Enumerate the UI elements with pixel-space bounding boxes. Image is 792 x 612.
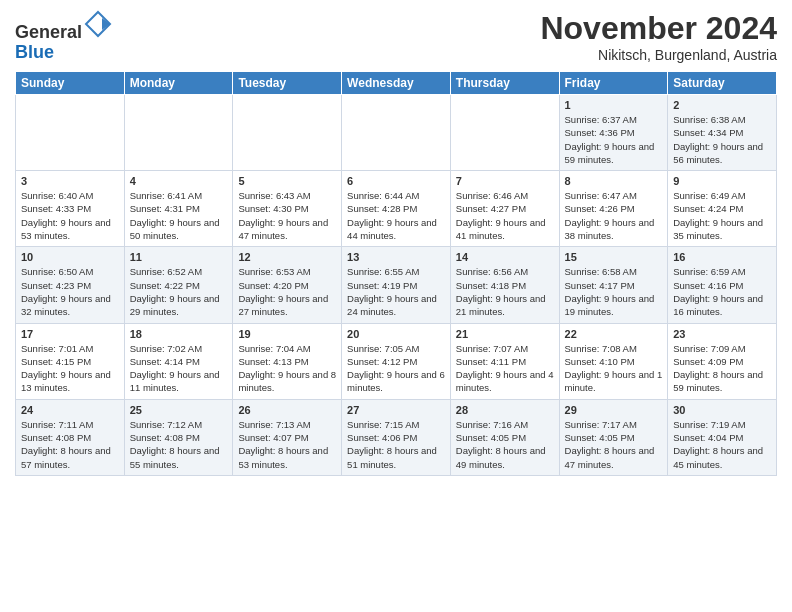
day-info: Sunrise: 6:44 AM Sunset: 4:28 PM Dayligh…: [347, 189, 445, 242]
calendar-cell: [233, 95, 342, 171]
calendar-cell: 9Sunrise: 6:49 AM Sunset: 4:24 PM Daylig…: [668, 171, 777, 247]
day-info: Sunrise: 6:46 AM Sunset: 4:27 PM Dayligh…: [456, 189, 554, 242]
day-info: Sunrise: 6:43 AM Sunset: 4:30 PM Dayligh…: [238, 189, 336, 242]
day-info: Sunrise: 7:17 AM Sunset: 4:05 PM Dayligh…: [565, 418, 663, 471]
calendar-cell: 1Sunrise: 6:37 AM Sunset: 4:36 PM Daylig…: [559, 95, 668, 171]
calendar-cell: 2Sunrise: 6:38 AM Sunset: 4:34 PM Daylig…: [668, 95, 777, 171]
logo-blue: Blue: [15, 42, 54, 62]
day-number: 16: [673, 251, 771, 263]
day-info: Sunrise: 7:08 AM Sunset: 4:10 PM Dayligh…: [565, 342, 663, 395]
day-number: 8: [565, 175, 663, 187]
calendar: SundayMondayTuesdayWednesdayThursdayFrid…: [15, 71, 777, 476]
calendar-cell: 23Sunrise: 7:09 AM Sunset: 4:09 PM Dayli…: [668, 323, 777, 399]
day-number: 3: [21, 175, 119, 187]
calendar-cell: 19Sunrise: 7:04 AM Sunset: 4:13 PM Dayli…: [233, 323, 342, 399]
calendar-cell: [450, 95, 559, 171]
day-info: Sunrise: 6:56 AM Sunset: 4:18 PM Dayligh…: [456, 265, 554, 318]
calendar-cell: 20Sunrise: 7:05 AM Sunset: 4:12 PM Dayli…: [342, 323, 451, 399]
location: Nikitsch, Burgenland, Austria: [540, 47, 777, 63]
day-info: Sunrise: 7:05 AM Sunset: 4:12 PM Dayligh…: [347, 342, 445, 395]
day-number: 6: [347, 175, 445, 187]
calendar-cell: 6Sunrise: 6:44 AM Sunset: 4:28 PM Daylig…: [342, 171, 451, 247]
day-number: 11: [130, 251, 228, 263]
day-number: 25: [130, 404, 228, 416]
calendar-cell: 15Sunrise: 6:58 AM Sunset: 4:17 PM Dayli…: [559, 247, 668, 323]
calendar-cell: 7Sunrise: 6:46 AM Sunset: 4:27 PM Daylig…: [450, 171, 559, 247]
day-info: Sunrise: 7:02 AM Sunset: 4:14 PM Dayligh…: [130, 342, 228, 395]
calendar-cell: [124, 95, 233, 171]
day-number: 14: [456, 251, 554, 263]
day-number: 30: [673, 404, 771, 416]
day-info: Sunrise: 6:52 AM Sunset: 4:22 PM Dayligh…: [130, 265, 228, 318]
day-number: 23: [673, 328, 771, 340]
day-info: Sunrise: 6:50 AM Sunset: 4:23 PM Dayligh…: [21, 265, 119, 318]
day-number: 28: [456, 404, 554, 416]
calendar-cell: 10Sunrise: 6:50 AM Sunset: 4:23 PM Dayli…: [16, 247, 125, 323]
day-number: 22: [565, 328, 663, 340]
day-info: Sunrise: 6:55 AM Sunset: 4:19 PM Dayligh…: [347, 265, 445, 318]
calendar-cell: 26Sunrise: 7:13 AM Sunset: 4:07 PM Dayli…: [233, 399, 342, 475]
day-number: 4: [130, 175, 228, 187]
day-number: 19: [238, 328, 336, 340]
day-info: Sunrise: 7:16 AM Sunset: 4:05 PM Dayligh…: [456, 418, 554, 471]
weekday-header: Friday: [559, 72, 668, 95]
calendar-cell: 5Sunrise: 6:43 AM Sunset: 4:30 PM Daylig…: [233, 171, 342, 247]
day-number: 17: [21, 328, 119, 340]
day-number: 20: [347, 328, 445, 340]
day-info: Sunrise: 6:58 AM Sunset: 4:17 PM Dayligh…: [565, 265, 663, 318]
calendar-cell: 24Sunrise: 7:11 AM Sunset: 4:08 PM Dayli…: [16, 399, 125, 475]
day-number: 13: [347, 251, 445, 263]
calendar-cell: 3Sunrise: 6:40 AM Sunset: 4:33 PM Daylig…: [16, 171, 125, 247]
day-info: Sunrise: 7:12 AM Sunset: 4:08 PM Dayligh…: [130, 418, 228, 471]
day-number: 29: [565, 404, 663, 416]
weekday-header: Tuesday: [233, 72, 342, 95]
calendar-cell: 17Sunrise: 7:01 AM Sunset: 4:15 PM Dayli…: [16, 323, 125, 399]
calendar-cell: 18Sunrise: 7:02 AM Sunset: 4:14 PM Dayli…: [124, 323, 233, 399]
day-info: Sunrise: 7:15 AM Sunset: 4:06 PM Dayligh…: [347, 418, 445, 471]
calendar-cell: 4Sunrise: 6:41 AM Sunset: 4:31 PM Daylig…: [124, 171, 233, 247]
weekday-header: Monday: [124, 72, 233, 95]
calendar-cell: 30Sunrise: 7:19 AM Sunset: 4:04 PM Dayli…: [668, 399, 777, 475]
calendar-cell: 16Sunrise: 6:59 AM Sunset: 4:16 PM Dayli…: [668, 247, 777, 323]
calendar-cell: 29Sunrise: 7:17 AM Sunset: 4:05 PM Dayli…: [559, 399, 668, 475]
calendar-cell: 12Sunrise: 6:53 AM Sunset: 4:20 PM Dayli…: [233, 247, 342, 323]
month-title: November 2024: [540, 10, 777, 47]
page: General Blue November 2024 Nikitsch, Bur…: [0, 0, 792, 612]
calendar-cell: 13Sunrise: 6:55 AM Sunset: 4:19 PM Dayli…: [342, 247, 451, 323]
day-number: 24: [21, 404, 119, 416]
weekday-header: Saturday: [668, 72, 777, 95]
day-info: Sunrise: 7:04 AM Sunset: 4:13 PM Dayligh…: [238, 342, 336, 395]
weekday-header: Sunday: [16, 72, 125, 95]
calendar-cell: 28Sunrise: 7:16 AM Sunset: 4:05 PM Dayli…: [450, 399, 559, 475]
logo: General Blue: [15, 10, 112, 63]
day-info: Sunrise: 6:40 AM Sunset: 4:33 PM Dayligh…: [21, 189, 119, 242]
calendar-cell: 8Sunrise: 6:47 AM Sunset: 4:26 PM Daylig…: [559, 171, 668, 247]
calendar-cell: [342, 95, 451, 171]
calendar-cell: [16, 95, 125, 171]
day-info: Sunrise: 6:37 AM Sunset: 4:36 PM Dayligh…: [565, 113, 663, 166]
logo-icon: [84, 10, 112, 38]
day-number: 26: [238, 404, 336, 416]
day-number: 15: [565, 251, 663, 263]
calendar-cell: 14Sunrise: 6:56 AM Sunset: 4:18 PM Dayli…: [450, 247, 559, 323]
day-info: Sunrise: 7:13 AM Sunset: 4:07 PM Dayligh…: [238, 418, 336, 471]
logo-general: General: [15, 22, 82, 42]
day-info: Sunrise: 6:49 AM Sunset: 4:24 PM Dayligh…: [673, 189, 771, 242]
header: General Blue November 2024 Nikitsch, Bur…: [15, 10, 777, 63]
day-info: Sunrise: 6:41 AM Sunset: 4:31 PM Dayligh…: [130, 189, 228, 242]
day-number: 1: [565, 99, 663, 111]
day-number: 27: [347, 404, 445, 416]
day-info: Sunrise: 7:11 AM Sunset: 4:08 PM Dayligh…: [21, 418, 119, 471]
day-info: Sunrise: 7:19 AM Sunset: 4:04 PM Dayligh…: [673, 418, 771, 471]
day-info: Sunrise: 6:53 AM Sunset: 4:20 PM Dayligh…: [238, 265, 336, 318]
day-info: Sunrise: 7:07 AM Sunset: 4:11 PM Dayligh…: [456, 342, 554, 395]
day-info: Sunrise: 6:47 AM Sunset: 4:26 PM Dayligh…: [565, 189, 663, 242]
calendar-cell: 25Sunrise: 7:12 AM Sunset: 4:08 PM Dayli…: [124, 399, 233, 475]
day-info: Sunrise: 7:01 AM Sunset: 4:15 PM Dayligh…: [21, 342, 119, 395]
day-number: 18: [130, 328, 228, 340]
calendar-cell: 27Sunrise: 7:15 AM Sunset: 4:06 PM Dayli…: [342, 399, 451, 475]
calendar-cell: 11Sunrise: 6:52 AM Sunset: 4:22 PM Dayli…: [124, 247, 233, 323]
day-number: 21: [456, 328, 554, 340]
day-number: 12: [238, 251, 336, 263]
day-info: Sunrise: 6:38 AM Sunset: 4:34 PM Dayligh…: [673, 113, 771, 166]
